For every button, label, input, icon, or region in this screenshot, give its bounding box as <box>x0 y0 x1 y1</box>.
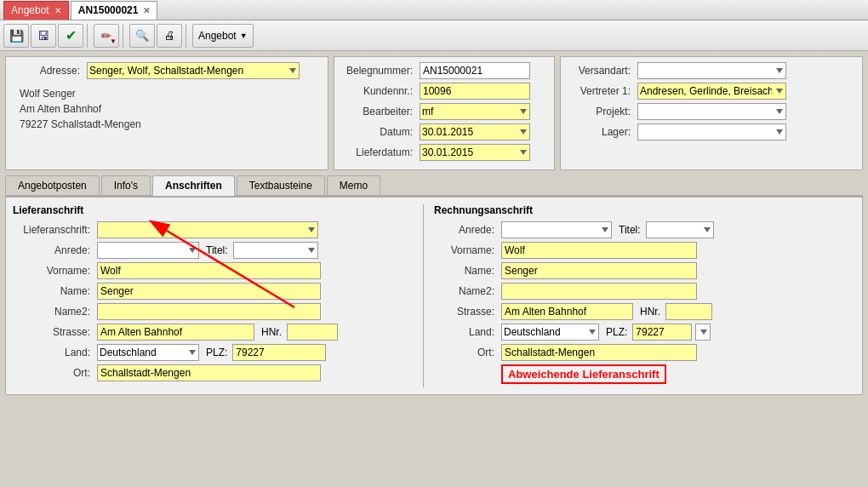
l-name2-row: Name2: <box>13 303 413 320</box>
tab-angebot[interactable]: Angebot ✕ <box>3 1 69 20</box>
r-name2-input[interactable] <box>501 283 697 300</box>
l-ort-input[interactable] <box>97 364 321 381</box>
l-land-row: Land: Deutschland PLZ: <box>13 344 413 361</box>
tab-infos[interactable]: Info's <box>101 175 151 195</box>
tab-angebotposten[interactable]: Angebotposten <box>5 175 100 195</box>
l-anrede-select[interactable] <box>97 242 199 259</box>
r-vorname-row: Vorname: <box>434 242 855 259</box>
print-button[interactable]: 🖨 <box>157 24 182 48</box>
save-button[interactable]: 💾 <box>3 24 29 48</box>
toolbar-sep3 <box>186 24 189 48</box>
l-titel-select[interactable] <box>233 242 318 259</box>
datum-row: Datum: 30.01.2015 <box>340 123 549 140</box>
r-name-row: Name: <box>434 262 855 279</box>
l-plz-input[interactable] <box>232 344 326 361</box>
l-strasse-input[interactable] <box>97 324 254 341</box>
r-name2-label: Name2: <box>434 285 498 297</box>
l-vorname-input[interactable] <box>97 262 321 279</box>
search-button[interactable]: 🔍 <box>129 24 155 48</box>
toolbar: 💾 🖫 ✔ ✏ ▼ 🔍 🖨 Angebot ▼ <box>0 20 868 51</box>
angebot-dropdown-label: Angebot <box>198 30 237 42</box>
r-name-label: Name: <box>434 265 498 277</box>
projekt-select[interactable] <box>637 103 786 120</box>
title-bar: Angebot ✕ AN15000021 ✕ <box>0 0 868 20</box>
r-strasse-label: Strasse: <box>434 306 498 318</box>
vertreter1-select[interactable]: Andresen, Gerlinde, Breisach <box>637 83 786 100</box>
r-name-input[interactable] <box>501 262 697 279</box>
lager-row: Lager: <box>566 123 857 140</box>
r-ort-label: Ort: <box>434 347 498 358</box>
versandart-select[interactable] <box>637 62 786 79</box>
lieferdatum-select[interactable]: 30.01.2015 <box>420 144 530 161</box>
l-name-input[interactable] <box>97 283 321 300</box>
tab-memo[interactable]: Memo <box>327 175 380 195</box>
tab-anschriften[interactable]: Anschriften <box>152 175 235 196</box>
lager-select[interactable] <box>637 123 786 140</box>
l-vorname-label: Vorname: <box>13 265 94 277</box>
address-section: Adresse: Senger, Wolf, Schallstadt-Menge… <box>5 56 328 170</box>
r-plz-input[interactable] <box>632 324 692 341</box>
toolbar-sep1 <box>87 24 90 48</box>
pen-arrow: ▼ <box>110 37 117 45</box>
abweichende-label: Abweichende Lieferanschrift <box>501 364 666 384</box>
lieferanschrift-row: Lieferanschrift: <box>13 221 413 238</box>
r-land-row: Land: Deutschland PLZ: <box>434 324 855 341</box>
l-plz-label: PLZ: <box>206 347 227 358</box>
kundennr-input[interactable] <box>420 83 530 100</box>
tab-an15000021-close[interactable]: ✕ <box>143 6 150 15</box>
l-name2-label: Name2: <box>13 306 94 318</box>
l-name2-input[interactable] <box>97 303 321 320</box>
l-strasse-label: Strasse: <box>13 326 94 338</box>
r-land-select[interactable]: Deutschland <box>501 324 599 341</box>
check-button[interactable]: ✔ <box>58 24 83 48</box>
r-hnr-input[interactable] <box>665 303 712 320</box>
right-panel: Rechnungsanschrift Anrede: Titel: Vornam… <box>434 204 855 387</box>
l-name-label: Name: <box>13 285 94 297</box>
top-form: Adresse: Senger, Wolf, Schallstadt-Menge… <box>5 56 863 170</box>
save2-button[interactable]: 🖫 <box>31 24 56 48</box>
r-strasse-input[interactable] <box>501 303 633 320</box>
kundennr-row: Kundennr.: <box>340 83 549 100</box>
r-plz-label: PLZ: <box>606 326 627 338</box>
address-line3: 79227 Schallstadt-Mengen <box>20 117 323 132</box>
lower-section: Lieferanschrift Lieferanschrift: Anrede:… <box>5 197 863 395</box>
adresse-select[interactable]: Senger, Wolf, Schallstadt-Mengen <box>87 62 300 79</box>
versandart-label: Versandart: <box>566 65 634 77</box>
right-panel-title: Rechnungsanschrift <box>434 204 855 216</box>
tab-an15000021-label: AN15000021 <box>78 4 139 16</box>
print-icon: 🖨 <box>164 29 175 42</box>
vertreter1-label: Vertreter 1: <box>566 85 634 97</box>
angebot-dropdown[interactable]: Angebot ▼ <box>192 24 254 48</box>
datum-select[interactable]: 30.01.2015 <box>420 123 530 140</box>
belegnummer-input[interactable] <box>420 62 530 79</box>
r-anrede-select[interactable] <box>501 221 612 238</box>
l-vorname-row: Vorname: <box>13 262 413 279</box>
check-icon: ✔ <box>66 27 77 43</box>
l-strasse-row: Strasse: HNr. <box>13 324 413 341</box>
save-icon: 💾 <box>9 29 24 43</box>
bearbeiter-select[interactable]: mf <box>420 103 530 120</box>
toolbar-sep2 <box>123 24 126 48</box>
l-hnr-input[interactable] <box>287 324 338 341</box>
l-name-row: Name: <box>13 283 413 300</box>
r-ort-input[interactable] <box>501 344 697 361</box>
datum-label: Datum: <box>340 126 416 138</box>
versandart-row: Versandart: <box>566 62 857 79</box>
address-display: Wolf Senger Am Alten Bahnhof 79227 Schal… <box>11 83 323 135</box>
r-plz-select[interactable] <box>695 324 711 341</box>
abweichende-row: Abweichende Lieferanschrift <box>434 364 855 384</box>
belegnummer-row: Belegnummer: <box>340 62 549 79</box>
tab-an15000021[interactable]: AN15000021 ✕ <box>71 1 158 20</box>
tab-angebot-close[interactable]: ✕ <box>54 6 61 15</box>
r-titel-select[interactable] <box>646 221 714 238</box>
pen-button[interactable]: ✏ ▼ <box>94 24 119 48</box>
main-content: Adresse: Senger, Wolf, Schallstadt-Menge… <box>0 51 868 400</box>
l-land-select[interactable]: Deutschland <box>97 344 199 361</box>
tab-textbausteine[interactable]: Textbausteine <box>237 175 325 195</box>
bearbeiter-label: Bearbeiter: <box>340 106 416 117</box>
l-ort-label: Ort: <box>13 367 94 379</box>
r-vorname-input[interactable] <box>501 242 697 259</box>
lieferdatum-label: Lieferdatum: <box>340 146 416 158</box>
search-icon: 🔍 <box>135 29 149 42</box>
lieferanschrift-select[interactable] <box>97 221 318 238</box>
